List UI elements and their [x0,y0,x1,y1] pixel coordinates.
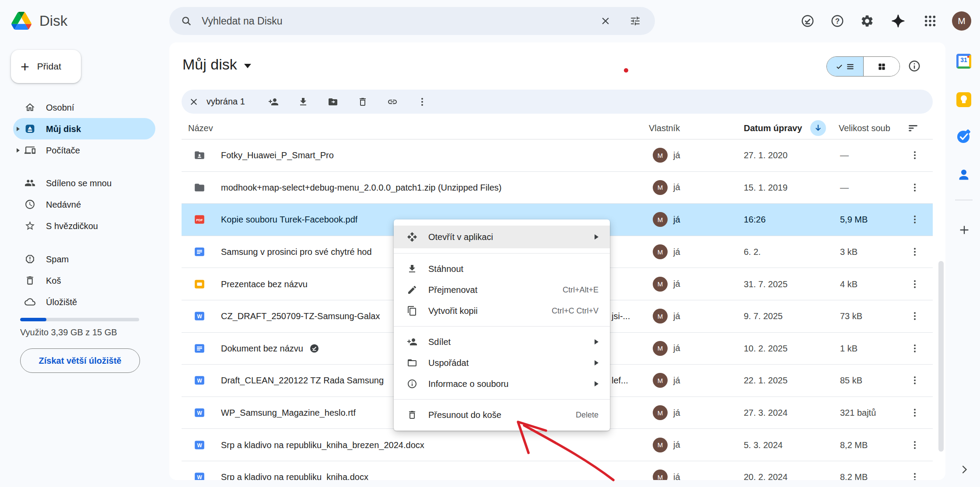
sidebar-item-recent[interactable]: Nedávné [0,194,169,215]
info-icon [407,379,417,389]
table-row[interactable]: Fotky_Huawei_P_Smart_Pro Mjá 27. 1. 2020… [182,139,933,172]
header-owner[interactable]: Vlastník [649,123,680,133]
row-more-icon[interactable] [910,214,920,225]
folder-open-icon [407,358,417,368]
tasks-icon[interactable] [956,129,971,144]
trash-icon [24,275,35,286]
search-options-icon[interactable] [630,15,641,27]
file-size: — [840,182,849,192]
clear-selection-icon[interactable] [189,97,199,107]
computers-icon [24,145,35,156]
row-more-icon[interactable] [910,279,920,289]
svg-text:W: W [197,378,202,384]
row-more-icon[interactable] [910,182,920,193]
download-icon[interactable] [298,97,308,107]
more-options-icon[interactable] [417,97,427,107]
clear-search-icon[interactable] [600,15,611,27]
sort-options-icon[interactable] [908,123,919,134]
new-button[interactable]: + Přidat [11,50,81,83]
sidebar-item-home[interactable]: Osobní [0,97,169,118]
expand-caret-icon[interactable] [17,127,20,131]
link-icon[interactable] [387,97,398,107]
file-name-fragment: lef... [612,376,628,386]
search-icon [181,15,192,27]
table-row[interactable]: W Srp a kladivo na republiku_kniha_breze… [182,429,933,461]
star-icon [24,220,35,231]
header-modified[interactable]: Datum úpravy [744,123,802,133]
table-row[interactable]: modhook+map-select+debug-menu_2.0.0.0_pa… [182,172,933,204]
row-more-icon[interactable] [910,150,920,160]
menu-divider [394,326,610,327]
row-more-icon[interactable] [910,375,920,386]
add-panel-icon[interactable] [958,224,970,236]
copy-icon [407,306,417,316]
expand-caret-icon[interactable] [17,148,20,153]
grid-view-button[interactable] [863,57,900,76]
file-size: 321 bajtů [840,408,876,418]
owner-cell: Mjá [653,405,680,420]
submenu-chevron-icon [595,234,598,240]
menu-item-download[interactable]: Stáhnout [394,258,610,279]
help-icon[interactable]: ? [830,14,844,28]
menu-item-share[interactable]: Sdílet [394,331,610,352]
get-more-storage-button[interactable]: Získat větší úložiště [20,348,140,373]
apps-grid-icon[interactable] [923,14,937,28]
word-doc-icon: W [194,407,205,418]
settings-gear-icon[interactable] [860,14,874,28]
file-size: 73 kB [840,311,862,321]
row-more-icon[interactable] [910,407,920,418]
menu-divider [394,399,610,400]
word-doc-icon: W [194,375,205,386]
info-icon[interactable] [908,59,921,73]
header-size[interactable]: Velikost soub [839,123,890,133]
svg-text:W: W [197,313,202,320]
row-more-icon[interactable] [910,343,920,354]
row-more-icon[interactable] [910,247,920,257]
row-more-icon[interactable] [910,472,920,480]
account-avatar[interactable]: M [952,11,971,31]
file-name: modhook+map-select+debug-menu_2.0.0.0_pa… [221,182,502,192]
svg-text:W: W [197,410,202,416]
header-name[interactable]: Název [188,123,213,133]
menu-item-open-with[interactable]: Otevřít v aplikaci [394,226,610,248]
move-to-folder-icon[interactable] [328,97,338,107]
sidebar-item-computers[interactable]: Počítače [0,139,169,161]
submenu-chevron-icon [595,339,598,344]
sidebar-item-storage[interactable]: Úložiště [0,291,169,313]
expand-panel-chevron-icon[interactable] [959,464,970,475]
search-input[interactable] [202,7,587,35]
menu-item-make-copy[interactable]: Vytvořit kopii Ctrl+C Ctrl+V [394,300,610,321]
sidebar-item-trash[interactable]: Koš [0,270,169,291]
menu-item-move-to-trash[interactable]: Přesunout do koše Delete [394,404,610,425]
breadcrumb-my-drive[interactable]: Můj disk [182,56,251,73]
sidebar-item-shared-with-me[interactable]: Sdíleno se mnou [0,172,169,194]
view-toggle [826,56,900,77]
trash-icon[interactable] [357,97,368,107]
file-size: 1 kB [840,343,858,353]
row-more-icon[interactable] [910,311,920,321]
file-name: Kopie souboru Turek-Facebook.pdf [221,215,357,225]
share-icon[interactable] [268,97,279,107]
row-more-icon[interactable] [910,440,920,450]
list-view-button[interactable] [827,57,863,76]
gemini-spark-icon[interactable] [892,14,906,28]
keep-icon[interactable] [956,92,971,107]
menu-item-file-info[interactable]: Informace o souboru [394,373,610,394]
sidebar-item-spam[interactable]: Spam [0,248,169,270]
sort-direction-icon[interactable] [810,120,826,136]
sidebar-item-starred[interactable]: S hvězdičkou [0,215,169,237]
scrollbar-thumb[interactable] [938,261,944,452]
calendar-icon[interactable]: 31 [956,54,971,69]
sidebar-item-my-drive[interactable]: Můj disk [0,118,169,139]
modified-date: 5. 3. 2024 [744,440,783,450]
contacts-icon[interactable] [956,167,971,182]
table-row[interactable]: W Srp a kladivo na republiku_kniha.docx … [182,461,933,480]
file-name: Dokument bez názvu [221,343,319,353]
grid-icon [878,63,886,71]
menu-item-rename[interactable]: Přejmenovat Ctrl+Alt+E [394,279,610,300]
drive-logo[interactable]: Disk [11,12,67,30]
sync-done-icon[interactable] [801,14,815,28]
modified-date: 22. 1. 2025 [744,376,788,386]
drive-logo-icon [11,12,32,30]
menu-item-organize[interactable]: Uspořádat [394,352,610,373]
